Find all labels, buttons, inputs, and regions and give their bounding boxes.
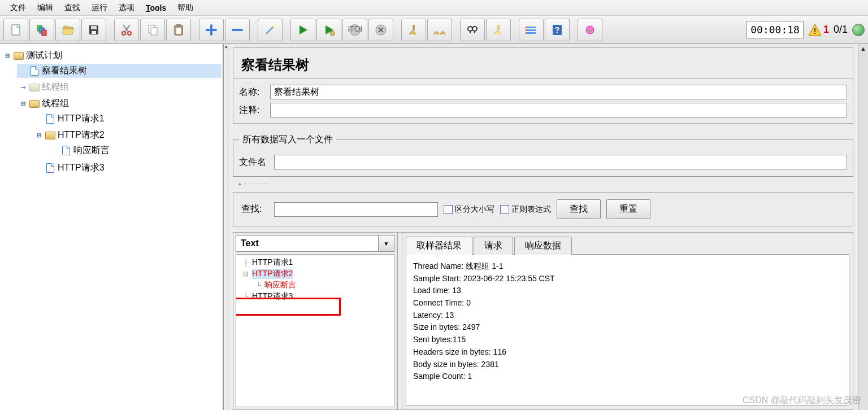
svg-point-26 <box>526 29 527 31</box>
plus-icon[interactable] <box>199 19 224 41</box>
tree-node-http3[interactable]: HTTP请求3 <box>58 162 105 174</box>
reset-search-icon[interactable] <box>486 19 511 41</box>
toggle-icon[interactable]: ⊟ <box>35 132 43 139</box>
svg-rect-22 <box>527 27 536 28</box>
shutdown-icon[interactable] <box>368 19 393 41</box>
svg-rect-6 <box>92 31 96 34</box>
svg-rect-21 <box>497 25 500 30</box>
tree-node-threadgroup[interactable]: 线程组 <box>42 98 69 110</box>
svg-point-27 <box>526 32 527 34</box>
folder-icon <box>29 100 40 108</box>
copy-icon[interactable] <box>140 19 165 41</box>
menu-options[interactable]: 选项 <box>113 2 140 14</box>
sampler-result-content[interactable]: Thread Name: 线程组 1-1 Sample Start: 2023-… <box>406 254 849 406</box>
folder-icon <box>14 52 24 60</box>
svg-point-14 <box>273 24 276 27</box>
clear-icon[interactable] <box>401 19 426 41</box>
svg-rect-18 <box>413 25 415 30</box>
tab-sampler-result[interactable]: 取样器结果 <box>406 237 472 255</box>
case-sensitive-checkbox[interactable]: 区分大小写 <box>444 204 494 215</box>
comment-input[interactable] <box>270 103 847 117</box>
search-bar: 查找: 区分大小写 正则表达式 查找 重置 <box>233 192 853 226</box>
svg-point-15 <box>330 31 335 36</box>
function-icon[interactable] <box>519 19 544 41</box>
menu-file[interactable]: 文件 <box>5 2 32 14</box>
render-dropdown[interactable]: Text ▼ <box>236 235 394 252</box>
inner-splitter[interactable] <box>397 233 402 409</box>
document-icon <box>62 146 70 155</box>
svg-rect-10 <box>151 28 157 35</box>
result-http1[interactable]: HTTP请求1 <box>252 258 293 268</box>
paste-icon[interactable] <box>166 19 191 41</box>
svg-point-25 <box>526 27 527 28</box>
minus-icon[interactable] <box>225 19 250 41</box>
svg-rect-23 <box>527 29 536 31</box>
result-tree[interactable]: ├HTTP请求1 ⊟HTTP请求2 └响应断言 └HTTP请求3 <box>236 254 394 407</box>
menu-tools[interactable]: Tools <box>140 2 172 14</box>
document-icon <box>46 114 54 124</box>
document-icon <box>46 163 54 173</box>
open-icon[interactable] <box>55 19 80 41</box>
name-input[interactable] <box>270 85 847 99</box>
file-group-legend: 所有数据写入一个文件 <box>239 134 336 146</box>
result-http3[interactable]: HTTP请求3 <box>252 291 293 302</box>
tree-node-results[interactable]: 察看结果树 <box>42 65 87 77</box>
folder-icon <box>45 132 55 139</box>
vertical-scrollbar[interactable]: ▲ <box>858 44 868 410</box>
menu-search[interactable]: 查找 <box>59 2 86 14</box>
name-label: 名称: <box>239 86 270 98</box>
svg-rect-5 <box>91 26 97 29</box>
svg-point-7 <box>122 32 125 35</box>
warning-indicator[interactable]: ! 1 <box>808 24 829 36</box>
start-icon[interactable] <box>290 19 315 41</box>
search-button[interactable]: 查找 <box>557 199 601 219</box>
tab-response-data[interactable]: 响应数据 <box>514 237 572 255</box>
panel-title: 察看结果树 <box>233 47 853 79</box>
result-assertion[interactable]: 响应断言 <box>264 280 296 290</box>
menu-run[interactable]: 运行 <box>86 2 113 14</box>
folder-icon <box>29 84 40 91</box>
tree-node-assertion[interactable]: 响应断言 <box>73 145 110 156</box>
tab-request[interactable]: 请求 <box>474 237 513 255</box>
save-icon[interactable] <box>81 19 106 41</box>
test-plan-tree[interactable]: ⊟ 测试计划 察看结果树 ⊸ 线程组 <box>0 44 223 410</box>
tree-root[interactable]: 测试计划 <box>26 50 62 62</box>
wand-icon[interactable] <box>258 19 283 41</box>
stop-icon[interactable]: STOP <box>342 19 367 41</box>
tree-node-http1[interactable]: HTTP请求1 <box>58 113 105 125</box>
cut-icon[interactable] <box>114 19 139 41</box>
svg-rect-3 <box>42 30 46 36</box>
svg-text:!: ! <box>814 27 817 36</box>
help-icon[interactable]: ? <box>545 19 570 41</box>
document-icon <box>31 66 38 76</box>
menu-help[interactable]: 帮助 <box>172 2 199 14</box>
new-file-icon[interactable] <box>3 19 28 41</box>
toggle-icon[interactable]: ⊸ <box>19 84 27 91</box>
svg-rect-24 <box>527 32 536 34</box>
regex-checkbox[interactable]: 正则表达式 <box>500 204 551 215</box>
resize-handle[interactable]: ▴ ········· <box>238 180 863 186</box>
splitter[interactable]: ◂ <box>223 44 228 410</box>
svg-rect-0 <box>12 25 20 35</box>
filename-input[interactable] <box>274 155 847 169</box>
toolbar: STOP ? 00:00:18 ! 1 0/1 <box>0 16 868 44</box>
ssl-icon[interactable] <box>578 19 602 41</box>
filename-label: 文件名 <box>239 156 274 168</box>
toggle-icon[interactable]: ⊟ <box>3 52 11 60</box>
clear-all-icon[interactable] <box>427 19 452 41</box>
tree-node-http2[interactable]: HTTP请求2 <box>58 129 105 141</box>
reset-button[interactable]: 重置 <box>606 199 650 219</box>
start-no-timer-icon[interactable] <box>316 19 341 41</box>
menu-edit[interactable]: 编辑 <box>32 2 59 14</box>
svg-text:STOP: STOP <box>348 24 362 33</box>
svg-point-19 <box>468 27 472 31</box>
status-indicator <box>852 24 865 36</box>
search-input[interactable] <box>274 202 438 217</box>
svg-rect-12 <box>176 24 181 27</box>
file-output-group: 所有数据写入一个文件 文件名 <box>233 134 853 177</box>
tree-node-threadgroup-disabled[interactable]: 线程组 <box>42 81 69 93</box>
result-http2[interactable]: HTTP请求2 <box>252 269 293 279</box>
templates-icon[interactable] <box>29 19 54 41</box>
search-icon[interactable] <box>460 19 485 41</box>
toggle-icon[interactable]: ⊟ <box>19 100 27 108</box>
